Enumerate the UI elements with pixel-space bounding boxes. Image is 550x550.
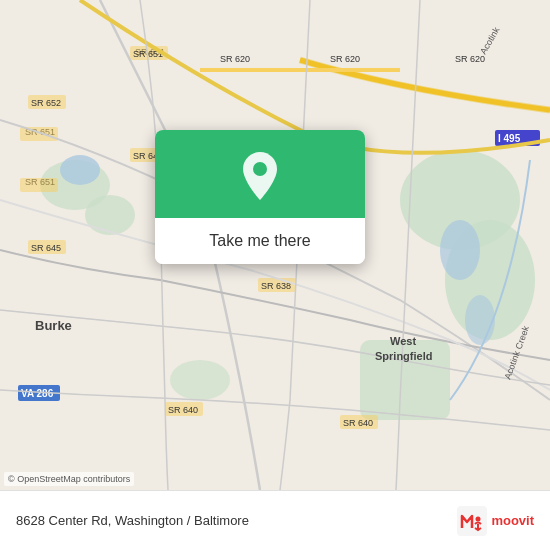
osm-attribution: © OpenStreetMap contributors [4, 472, 134, 486]
map-container: SR 620 SR 620 SR 620 SR 651 SR 651 SR 65… [0, 0, 550, 490]
svg-text:SR 645: SR 645 [31, 243, 61, 253]
svg-point-43 [476, 516, 481, 521]
svg-text:SR 620: SR 620 [330, 54, 360, 64]
moovit-icon [457, 506, 487, 536]
svg-rect-19 [20, 178, 58, 192]
popup-green-header [155, 130, 365, 218]
svg-text:I 495: I 495 [498, 133, 521, 144]
popup-card: Take me there [155, 130, 365, 264]
svg-text:SR 620: SR 620 [455, 54, 485, 64]
svg-point-41 [253, 162, 267, 176]
moovit-logo: moovit [457, 506, 534, 536]
svg-text:West: West [390, 335, 416, 347]
svg-point-6 [170, 360, 230, 400]
svg-point-4 [85, 195, 135, 235]
svg-point-8 [440, 220, 480, 280]
svg-text:SR 620: SR 620 [220, 54, 250, 64]
svg-point-9 [465, 295, 495, 345]
bottom-bar: 8628 Center Rd, Washington / Baltimore m… [0, 490, 550, 550]
address-text: 8628 Center Rd, Washington / Baltimore [16, 513, 249, 528]
svg-text:Burke: Burke [35, 318, 72, 333]
location-pin-icon [238, 150, 282, 202]
take-me-there-button[interactable]: Take me there [155, 218, 365, 264]
svg-text:SR 640: SR 640 [168, 405, 198, 415]
svg-text:SR 638: SR 638 [261, 281, 291, 291]
svg-text:SR 640: SR 640 [343, 418, 373, 428]
svg-text:Springfield: Springfield [375, 350, 432, 362]
moovit-text: moovit [491, 513, 534, 528]
svg-point-7 [60, 155, 100, 185]
svg-rect-17 [20, 127, 58, 141]
svg-text:SR 652: SR 652 [31, 98, 61, 108]
